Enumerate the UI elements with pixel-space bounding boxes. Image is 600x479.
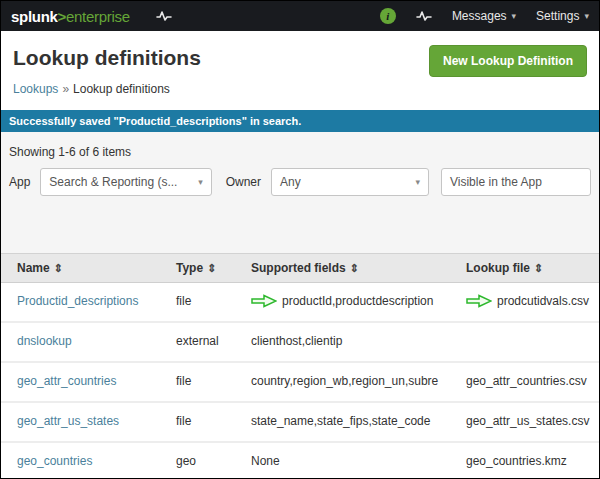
chevron-down-icon: ▾ — [512, 11, 517, 21]
sort-icon[interactable]: ⇕ — [534, 262, 543, 275]
messages-menu[interactable]: Messages ▾ — [452, 9, 516, 23]
chevron-down-icon: ▾ — [415, 177, 420, 187]
lookup-file-cell: geo_attr_us_states.csv — [458, 403, 599, 441]
breadcrumb-separator: » — [62, 82, 69, 96]
table-row: geo_attr_countries file country,region_w… — [1, 363, 599, 403]
table-row: dnslookup external clienthost,clientip — [1, 323, 599, 363]
lookup-type-cell: file — [168, 363, 243, 401]
lookup-definitions-table: Name ⇕ Type ⇕ Supported fields ⇕ Lookup … — [1, 253, 599, 479]
lookup-type-value: file — [176, 374, 191, 388]
lookup-file-cell: prodcutidvals.csv — [458, 283, 599, 321]
splunk-logo[interactable]: splunk>enterprise — [11, 8, 130, 25]
column-header-name[interactable]: Name ⇕ — [1, 261, 168, 275]
table-row: Productid_descriptions file productId,pr… — [1, 283, 599, 323]
table-row: geo_countries geo None geo_countries.kmz — [1, 443, 599, 479]
topbar: splunk>enterprise i Messages ▾ Settings … — [1, 1, 599, 31]
app-filter-select[interactable]: Search & Reporting (s... ▾ — [40, 168, 211, 196]
annotation-arrow-icon — [466, 294, 492, 311]
table-header-row: Name ⇕ Type ⇕ Supported fields ⇕ Lookup … — [1, 253, 599, 283]
lookup-name-cell: Productid_descriptions — [1, 283, 168, 321]
visibility-filter-value: Visible in the App — [450, 175, 542, 189]
supported-fields-value: country,region_wb,region_un,subre — [251, 374, 438, 388]
owner-filter-select[interactable]: Any ▾ — [271, 168, 429, 196]
visibility-filter-select[interactable]: Visible in the App — [441, 168, 591, 196]
messages-label: Messages — [452, 9, 507, 23]
supported-fields-cell: productId,productdescription — [243, 283, 458, 321]
column-header-name-label: Name — [17, 261, 50, 275]
supported-fields-value: clienthost,clientip — [251, 334, 342, 348]
splunk-lookup-definitions-page: splunk>enterprise i Messages ▾ Settings … — [0, 0, 600, 479]
breadcrumb-current: Lookup definitions — [73, 82, 170, 96]
supported-fields-value: None — [251, 454, 280, 468]
lookup-file-value: geo_attr_countries.csv — [466, 374, 587, 388]
logo-gt-text: > — [58, 8, 66, 25]
main-content: Showing 1-6 of 6 items App Search & Repo… — [1, 132, 599, 479]
info-icon[interactable]: i — [380, 8, 396, 24]
chevron-down-icon: ▾ — [584, 11, 589, 21]
breadcrumb-lookups-link[interactable]: Lookups — [13, 82, 58, 96]
supported-fields-value: productId,productdescription — [282, 294, 433, 308]
owner-filter-label: Owner — [226, 175, 261, 189]
column-header-lookup-file-label: Lookup file — [466, 261, 530, 275]
lookup-file-value: geo_attr_us_states.csv — [466, 414, 589, 428]
lookup-name-link[interactable]: geo_countries — [17, 454, 92, 468]
lookup-name-cell: geo_countries — [1, 443, 168, 479]
column-header-type[interactable]: Type ⇕ — [168, 261, 243, 275]
topbar-right: i Messages ▾ Settings ▾ — [380, 8, 589, 24]
lookup-name-link[interactable]: dnslookup — [17, 334, 72, 348]
lookup-file-cell: geo_countries.kmz — [458, 443, 599, 479]
supported-fields-cell: clienthost,clientip — [243, 323, 458, 361]
column-header-lookup-file[interactable]: Lookup file ⇕ — [458, 261, 599, 275]
lookup-type-cell: file — [168, 283, 243, 321]
lookup-type-value: file — [176, 414, 191, 428]
lookup-type-cell: file — [168, 403, 243, 441]
page-header: Lookup definitions New Lookup Definition… — [1, 31, 599, 110]
lookup-file-cell: geo_attr_countries.csv — [458, 363, 599, 401]
sort-icon[interactable]: ⇕ — [207, 262, 216, 275]
success-notification-bar: Successfully saved "Productid_descriptio… — [1, 110, 599, 132]
lookup-name-link[interactable]: geo_attr_us_states — [17, 414, 119, 428]
activity-icon[interactable] — [416, 9, 432, 23]
lookup-file-value: geo_countries.kmz — [466, 454, 567, 468]
logo-splunk-text: splunk — [11, 8, 58, 25]
lookup-name-cell: geo_attr_countries — [1, 363, 168, 401]
lookup-name-cell: geo_attr_us_states — [1, 403, 168, 441]
lookup-name-link[interactable]: Productid_descriptions — [17, 294, 138, 308]
settings-menu[interactable]: Settings ▾ — [536, 9, 589, 23]
column-header-supported-fields-label: Supported fields — [251, 261, 346, 275]
lookup-type-cell: geo — [168, 443, 243, 479]
lookup-type-cell: external — [168, 323, 243, 361]
app-filter-value: Search & Reporting (s... — [49, 175, 177, 189]
supported-fields-cell: state_name,state_fips,state_code — [243, 403, 458, 441]
supported-fields-cell: None — [243, 443, 458, 479]
lookup-name-link[interactable]: geo_attr_countries — [17, 374, 116, 388]
table-row: geo_attr_us_states file state_name,state… — [1, 403, 599, 443]
sort-icon[interactable]: ⇕ — [350, 262, 359, 275]
breadcrumb: Lookups»Lookup definitions — [13, 82, 587, 96]
activity-icon[interactable] — [156, 9, 172, 23]
filter-bar: App Search & Reporting (s... ▾ Owner Any… — [1, 165, 599, 199]
chevron-down-icon: ▾ — [198, 177, 203, 187]
lookup-file-value: prodcutidvals.csv — [497, 294, 589, 308]
logo-enterprise-text: enterprise — [66, 8, 130, 25]
annotation-arrow-icon — [251, 294, 277, 311]
supported-fields-value: state_name,state_fips,state_code — [251, 414, 430, 428]
supported-fields-cell: country,region_wb,region_un,subre — [243, 363, 458, 401]
notification-message: Successfully saved "Productid_descriptio… — [9, 115, 301, 127]
lookup-file-cell — [458, 323, 599, 361]
owner-filter-value: Any — [280, 175, 301, 189]
lookup-type-value: external — [176, 334, 219, 348]
lookup-type-value: geo — [176, 454, 196, 468]
lookup-type-value: file — [176, 294, 191, 308]
new-lookup-definition-button[interactable]: New Lookup Definition — [429, 45, 587, 77]
settings-label: Settings — [536, 9, 579, 23]
lookup-name-cell: dnslookup — [1, 323, 168, 361]
app-filter-label: App — [9, 175, 30, 189]
items-count-summary: Showing 1-6 of 6 items — [1, 132, 599, 165]
column-header-type-label: Type — [176, 261, 203, 275]
sort-icon[interactable]: ⇕ — [54, 262, 63, 275]
column-header-supported-fields[interactable]: Supported fields ⇕ — [243, 261, 458, 275]
